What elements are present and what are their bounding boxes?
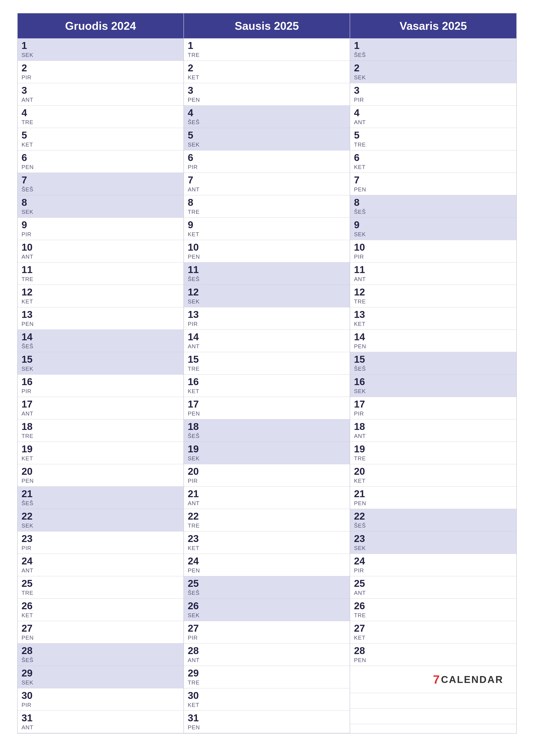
day-row: 5KET [18,128,184,150]
month-column-0: 1SEK2PIR3ANT4TRE5KET6PEN7ŠEŠ8SEK9PIR10AN… [18,39,184,733]
day-info: 8ŠEŠ [354,198,371,215]
day-row: 11TRE [18,262,184,285]
day-number: 2 [354,63,371,73]
day-name: ANT [21,96,39,103]
day-row: 6PIR [184,150,350,173]
day-name: PEN [188,724,205,731]
day-info: 20KET [354,466,371,484]
day-number: 15 [21,354,39,364]
day-name: ANT [188,186,205,193]
empty-row [350,709,516,724]
day-info: 17PIR [354,399,371,417]
day-number: 24 [21,556,39,566]
day-info: 7PEN [354,175,371,193]
day-info: 23SEK [354,534,371,552]
day-name: PEN [21,164,39,171]
day-info: 30KET [188,690,205,708]
day-number: 9 [188,220,205,230]
day-row: 24PEN [184,554,350,576]
day-info: 2SEK [354,63,371,81]
day-number: 16 [188,377,205,387]
day-number: 31 [21,713,39,723]
day-number: 11 [21,265,39,275]
day-info: 3ANT [21,85,39,103]
day-name: ANT [354,276,371,283]
day-name: SEK [354,545,371,552]
day-info: 16PIR [21,377,39,394]
day-row: 30KET [184,688,350,711]
day-info: 23PIR [21,534,39,552]
day-row: 24ANT [18,554,184,576]
day-info: 14ANT [188,332,205,350]
day-info: 21PEN [354,489,371,507]
day-name: PEN [354,186,371,193]
day-info: 29TRE [188,668,205,686]
day-info: 1TRE [188,40,205,58]
day-row: 14ŠEŠ [18,330,184,352]
day-name: ANT [354,433,371,440]
day-name: ANT [354,590,371,596]
day-name: SEK [21,679,39,686]
day-row: 12SEK [184,285,350,307]
day-info: 5TRE [354,130,371,148]
calendar-header: Gruodis 2024Sausis 2025Vasaris 2025 [18,14,516,39]
day-row: 15TRE [184,352,350,375]
day-info: 21ANT [188,489,205,507]
day-name: PIR [188,164,205,171]
day-row: 1ŠEŠ [350,39,516,61]
day-info: 18TRE [21,421,39,440]
day-name: PEN [188,254,205,260]
day-number: 24 [188,556,205,566]
day-row: 16SEK [350,375,516,397]
empty-row [350,693,516,709]
calendar-container: Gruodis 2024Sausis 2025Vasaris 2025 1SEK… [17,13,517,734]
day-number: 25 [21,579,39,588]
day-name: ŠEŠ [21,500,39,507]
day-row: 26KET [18,599,184,621]
day-row: 5TRE [350,128,516,150]
day-number: 6 [21,152,39,162]
day-number: 10 [188,242,205,252]
day-info: 24ANT [21,556,39,574]
day-number: 14 [354,332,371,342]
day-info: 8TRE [188,198,205,215]
day-row: 4ANT [350,106,516,128]
day-number: 4 [21,108,39,118]
day-row: 30PIR [18,688,184,711]
day-info: 16KET [188,377,205,394]
day-row: 11ŠEŠ [184,262,350,285]
day-name: ŠEŠ [188,119,205,126]
day-info: 2KET [188,63,205,81]
day-row: 24PIR [350,554,516,576]
day-name: TRE [21,119,39,126]
day-name: TRE [354,141,371,148]
day-row: 28ŠEŠ [18,643,184,666]
day-row: 9KET [184,218,350,240]
day-number: 21 [188,489,205,499]
day-name: ŠEŠ [21,343,39,350]
day-info: 10PEN [188,242,205,260]
day-number: 5 [21,130,39,140]
day-info: 11TRE [21,265,39,283]
day-row: 21ANT [184,487,350,509]
day-row: 14PEN [350,330,516,352]
day-row: 28PEN [350,643,516,666]
day-row: 22SEK [18,509,184,531]
day-info: 21ŠEŠ [21,489,39,507]
day-number: 1 [354,40,371,50]
day-row: 22ŠEŠ [350,509,516,531]
day-info: 13PEN [21,310,39,327]
day-info: 15SEK [21,354,39,372]
day-row: 21ŠEŠ [18,487,184,509]
day-number: 3 [354,85,371,95]
day-row: 8TRE [184,195,350,218]
day-number: 13 [188,310,205,319]
day-number: 29 [188,668,205,678]
day-row: 19SEK [184,442,350,464]
day-name: ANT [21,254,39,260]
day-number: 11 [354,265,371,275]
month-header-0: Gruodis 2024 [18,14,184,39]
day-row: 6PEN [18,150,184,173]
day-number: 26 [21,601,39,611]
day-number: 18 [354,421,371,431]
